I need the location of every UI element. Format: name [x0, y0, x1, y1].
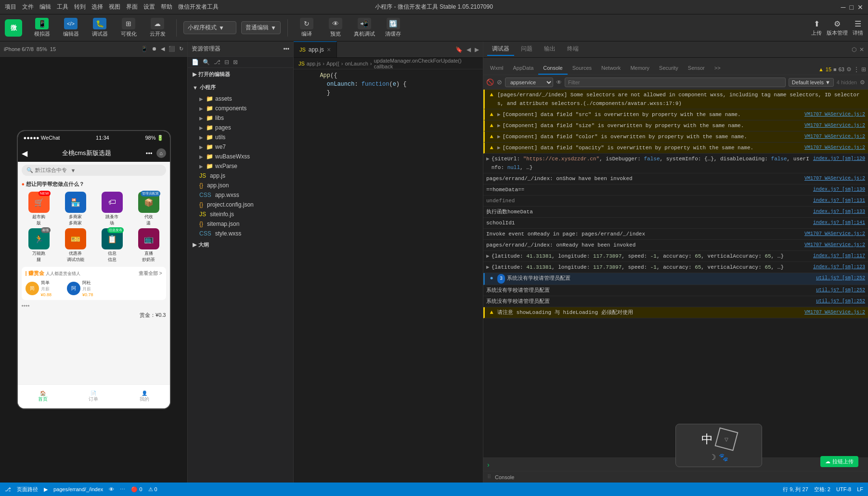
- editor-tab-appjs[interactable]: JS app.js ×: [294, 41, 337, 58]
- console-settings-icon[interactable]: ⚙: [860, 79, 865, 86]
- source-link[interactable]: util.js? [sm]:252: [816, 274, 865, 283]
- project-section[interactable]: ▼ 小程序: [188, 81, 293, 94]
- split-icon[interactable]: ⊟: [224, 59, 229, 65]
- nav-profile[interactable]: 👤 我的: [119, 385, 169, 408]
- compile-dropdown[interactable]: 普通编辑 ▼: [241, 21, 281, 34]
- menu-goto[interactable]: 转到: [74, 3, 86, 11]
- nav-home-circle-icon[interactable]: ⌂: [156, 148, 166, 158]
- tab-output[interactable]: 输出: [539, 43, 560, 56]
- menu-wechat-devtool[interactable]: 微信开发者工具: [178, 3, 219, 11]
- window-controls[interactable]: ─ □ ✕: [841, 3, 863, 11]
- source-link[interactable]: index.js? [sm]:133: [813, 208, 865, 216]
- source-link[interactable]: index.js? [sm]:131: [813, 196, 865, 205]
- tree-folder-pages[interactable]: ▶ 📁 pages: [188, 123, 293, 132]
- home-icon[interactable]: ⬛: [168, 46, 175, 52]
- nav-orders[interactable]: 📄 订单: [68, 385, 119, 408]
- menu-view[interactable]: 视图: [109, 3, 120, 11]
- cloud-btn[interactable]: ☁ 云开发: [145, 18, 169, 38]
- expand-icon[interactable]: ▶: [497, 121, 501, 130]
- menu-project[interactable]: 项目: [5, 3, 16, 11]
- back-icon[interactable]: ◀: [161, 46, 165, 52]
- source-link[interactable]: util.js? [sm]:252: [816, 297, 865, 306]
- eye-status-icon[interactable]: 👁: [109, 486, 114, 492]
- git-icon[interactable]: ⎇: [214, 59, 220, 65]
- source-link[interactable]: VM1707 WAService.js:2: [804, 110, 865, 119]
- source-link[interactable]: VM1707 WAService.js:2: [804, 230, 865, 238]
- tab-console[interactable]: Console: [538, 62, 567, 75]
- tree-folder-utils[interactable]: ▶ 📁 utils: [188, 132, 293, 142]
- debugger-btn[interactable]: 🐛 调试器: [88, 18, 112, 38]
- search-explorer-icon[interactable]: 🔍: [203, 59, 210, 65]
- expand-icon[interactable]: ⬡: [852, 46, 856, 53]
- tab-close-btn[interactable]: ×: [327, 46, 331, 53]
- detail-btn[interactable]: ☰ 详情: [853, 19, 863, 37]
- expand-icon[interactable]: ▶: [497, 132, 501, 141]
- tree-folder-wuBaseWxss[interactable]: ▶ 📁 wuBaseWxss: [188, 152, 293, 161]
- bookmark-icon[interactable]: 🔖: [455, 46, 463, 53]
- menu-bar[interactable]: 项目 文件 编辑 工具 转到 选择 视图 界面 设置 帮助 微信开发者工具: [5, 3, 219, 11]
- version-mgr-btn[interactable]: ⚙ 版本管理: [827, 19, 848, 37]
- source-link[interactable]: VM1707 WAService.js:2: [804, 121, 865, 130]
- tree-file-sitemapjson[interactable]: {} sitemap.json: [188, 219, 293, 229]
- source-link[interactable]: index.js? [sm]:123: [813, 263, 865, 272]
- expand-icon[interactable]: ▶: [486, 155, 490, 163]
- collapse-icon[interactable]: ⊠: [233, 59, 238, 65]
- simulator-btn[interactable]: 📱 模拟器: [30, 18, 54, 38]
- tree-file-appwxss[interactable]: CSS app.wxss: [188, 190, 293, 200]
- eye-icon[interactable]: 👁: [556, 79, 562, 86]
- tab-appdata[interactable]: AppData: [508, 62, 539, 75]
- preview-btn[interactable]: 👁 预览: [324, 18, 348, 38]
- visualize-btn[interactable]: ⊞ 可视化: [117, 18, 141, 38]
- list-item[interactable]: 🏪 多商家多商家: [58, 192, 93, 226]
- tree-folder-wxParse[interactable]: ▶ 📁 wxParse: [188, 161, 293, 171]
- expand-icon[interactable]: ▶: [486, 263, 490, 272]
- tree-folder-we7[interactable]: ▶ 📁 we7: [188, 142, 293, 152]
- expand-icon[interactable]: ▶: [486, 252, 490, 261]
- new-file-icon[interactable]: 📄: [192, 59, 199, 65]
- upload-btn[interactable]: ⬆ 上传: [811, 19, 822, 37]
- tree-file-appjs[interactable]: JS app.js: [188, 171, 293, 181]
- list-item[interactable]: 管理员配置 📦 代收递: [131, 192, 166, 226]
- tab-security[interactable]: Security: [654, 62, 683, 75]
- record-icon[interactable]: ⏺: [152, 46, 157, 52]
- nav-forward-icon[interactable]: ▶: [475, 46, 479, 53]
- menu-file[interactable]: 文件: [22, 3, 34, 11]
- tab-terminal[interactable]: 终端: [562, 43, 583, 56]
- tab-sensor[interactable]: Sensor: [683, 62, 710, 75]
- tree-file-siteinfojs[interactable]: JS siteinfo.js: [188, 209, 293, 219]
- menu-help[interactable]: 帮助: [161, 3, 172, 11]
- filter-input[interactable]: [565, 78, 786, 87]
- menu-interface[interactable]: 界面: [126, 3, 138, 11]
- upload-toast[interactable]: ☁ 拉链上传: [820, 456, 858, 467]
- close-icon[interactable]: ✕: [857, 3, 863, 11]
- close-devtools-icon[interactable]: ✕: [859, 46, 864, 53]
- recent-section[interactable]: ▶ 打开的编辑器: [188, 68, 293, 81]
- phone-icon[interactable]: 📱: [141, 46, 148, 52]
- list-item[interactable]: NEW 🛒 超市购版: [22, 192, 56, 226]
- source-link[interactable]: VM1707 WAService.js:2: [804, 241, 865, 249]
- maximize-icon[interactable]: □: [850, 3, 854, 11]
- tab-sources[interactable]: Sources: [568, 62, 596, 75]
- clear-console-icon[interactable]: 🚫: [486, 78, 494, 86]
- list-item[interactable]: 标练 🏃 万能跑腿: [22, 228, 56, 263]
- expand-icon[interactable]: ▶: [497, 144, 501, 152]
- view-all-btn[interactable]: 查看全部 >: [139, 270, 162, 277]
- list-item[interactable]: 📺 直播炒奶茶: [131, 228, 166, 263]
- more-icon[interactable]: ⋮: [854, 66, 859, 73]
- source-link[interactable]: index.js? [sm]:117: [813, 252, 865, 261]
- tree-file-stylewxss[interactable]: CSS style.wxss: [188, 229, 293, 238]
- list-item[interactable]: 🏷 跳蚤市场: [95, 192, 130, 226]
- tab-network[interactable]: Network: [596, 62, 625, 75]
- back-arrow-icon[interactable]: ◀: [22, 149, 27, 158]
- menu-tool[interactable]: 工具: [57, 3, 68, 11]
- nav-home[interactable]: 🏠 首页: [18, 385, 68, 408]
- mode-dropdown[interactable]: 小程序模式 ▼: [183, 21, 236, 34]
- tab-issues[interactable]: 问题: [516, 43, 537, 56]
- tree-file-appjson[interactable]: {} app.json: [188, 181, 293, 190]
- list-item[interactable]: 🎫 优惠券调试功能: [58, 228, 93, 263]
- source-link[interactable]: index.js? [sm]:120: [813, 155, 865, 163]
- tree-file-projectconfig[interactable]: {} project.config.json: [188, 200, 293, 209]
- tab-more[interactable]: >>: [710, 62, 725, 75]
- source-link[interactable]: index.js? [sm]:141: [813, 219, 865, 227]
- source-link[interactable]: VM1707 WAService.js:2: [804, 144, 865, 152]
